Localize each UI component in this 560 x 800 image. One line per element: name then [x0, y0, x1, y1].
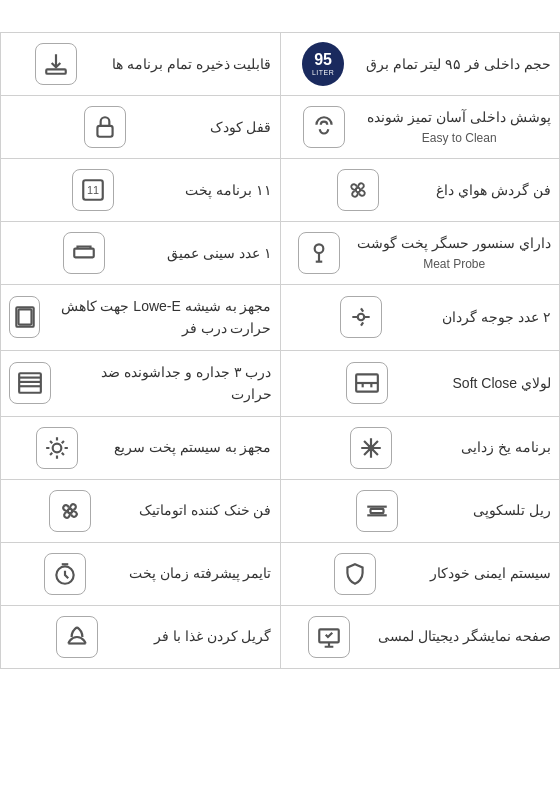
- feature-text-right: حجم داخلی فر ۹۵ لیتر تمام برق: [366, 53, 551, 75]
- feature-text-left: مجهز به سیستم پخت سریع: [114, 436, 272, 458]
- badge95-icon: 95LITER: [302, 43, 344, 85]
- hand-wash-icon: [303, 106, 345, 148]
- soft-close-icon: [346, 362, 388, 404]
- rapid-cook-icon: [36, 427, 78, 469]
- svg-point-5: [315, 244, 324, 253]
- tray-icon: [63, 232, 105, 274]
- feature-text-right: داراي سنسور حسگر پخت گوشتMeat Probe: [357, 232, 551, 274]
- cooling-fan-icon: [49, 490, 91, 532]
- svg-rect-9: [18, 310, 31, 325]
- glass-door-icon: [9, 296, 40, 338]
- table-row: حجم داخلی فر ۹۵ لیتر تمام برق95LITERقابل…: [1, 33, 560, 96]
- timer-icon: [44, 553, 86, 595]
- svg-point-21: [68, 508, 72, 512]
- svg-rect-0: [47, 69, 67, 73]
- table-row: ریل تلسکوپیفن خنک کننده اتوماتیک: [1, 479, 560, 542]
- feature-text-left: ۱۱ برنامه پخت: [185, 179, 272, 201]
- feature-text-left: قابلیت ذخیره تمام برنامه ها: [112, 53, 272, 75]
- feature-text-right: برنامه یخ زدایی: [461, 436, 551, 458]
- rotisserie-icon: [340, 296, 382, 338]
- features-table: حجم داخلی فر ۹۵ لیتر تمام برق95LITERقابل…: [0, 32, 560, 669]
- svg-rect-1: [98, 126, 113, 137]
- svg-point-2: [356, 188, 360, 192]
- touch-display-icon: [308, 616, 350, 658]
- feature-text-right: لولاي Soft Close: [453, 372, 551, 394]
- eleven-icon: 11: [72, 169, 114, 211]
- feature-text-right: فن گردش هواي داغ: [436, 179, 551, 201]
- meat-probe-icon: [298, 232, 340, 274]
- svg-rect-20: [370, 508, 383, 512]
- download-icon: [35, 43, 77, 85]
- table-row: لولاي Soft Closeدرب ۳ جداره و جداشونده ض…: [1, 350, 560, 416]
- svg-text:11: 11: [87, 184, 99, 196]
- feature-text-left: گریل کردن غذا با فر: [154, 625, 272, 647]
- table-row: ۲ عدد جوجه گردانمجهز به شیشه Lowe-E جهت …: [1, 285, 560, 351]
- feature-text-left: تایمر پیشرفته زمان پخت: [129, 562, 272, 584]
- defrost-icon: [350, 427, 392, 469]
- rail-icon: [356, 490, 398, 532]
- feature-text-left: فن خنک کننده اتوماتیک: [139, 499, 272, 521]
- svg-rect-6: [74, 249, 94, 258]
- feature-text-right: پوشش داخلی آسان تمیز شوندهEasy to Clean: [367, 106, 551, 148]
- safety-icon: [334, 553, 376, 595]
- lock-icon: [84, 106, 126, 148]
- feature-text-right: صفحه نمایشگر دیجیتال لمسی: [378, 625, 551, 647]
- feature-text-left: مجهز به شیشه Lowe-E جهت کاهش حرارت درب ف…: [48, 295, 271, 340]
- feature-text-left: درب ۳ جداره و جداشونده ضد حرارت: [59, 361, 272, 406]
- table-row: صفحه نمایشگر دیجیتال لمسیگریل کردن غذا ب…: [1, 605, 560, 668]
- title-area: [0, 0, 560, 32]
- table-row: برنامه یخ زداییمجهز به سیستم پخت سریع: [1, 416, 560, 479]
- feature-text-right: ریل تلسکوپی: [473, 499, 551, 521]
- svg-point-17: [53, 443, 62, 452]
- fan-icon: [337, 169, 379, 211]
- triple-door-icon: [9, 362, 51, 404]
- table-row: داراي سنسور حسگر پخت گوشتMeat Probe۱ عدد…: [1, 222, 560, 285]
- table-row: سیستم ایمنی خودکارتایمر پیشرفته زمان پخت: [1, 542, 560, 605]
- feature-text-right: ۲ عدد جوجه گردان: [442, 306, 551, 328]
- table-row: پوشش داخلی آسان تمیز شوندهEasy to Cleanق…: [1, 96, 560, 159]
- feature-text-right: سیستم ایمنی خودکار: [430, 562, 551, 584]
- grill-icon: [56, 616, 98, 658]
- svg-point-7: [358, 314, 365, 321]
- feature-text-left: قفل کودک: [210, 116, 272, 138]
- table-row: فن گردش هواي داغ۱۱ برنامه پخت11: [1, 159, 560, 222]
- feature-text-left: ۱ عدد سینی عمیق: [167, 242, 272, 264]
